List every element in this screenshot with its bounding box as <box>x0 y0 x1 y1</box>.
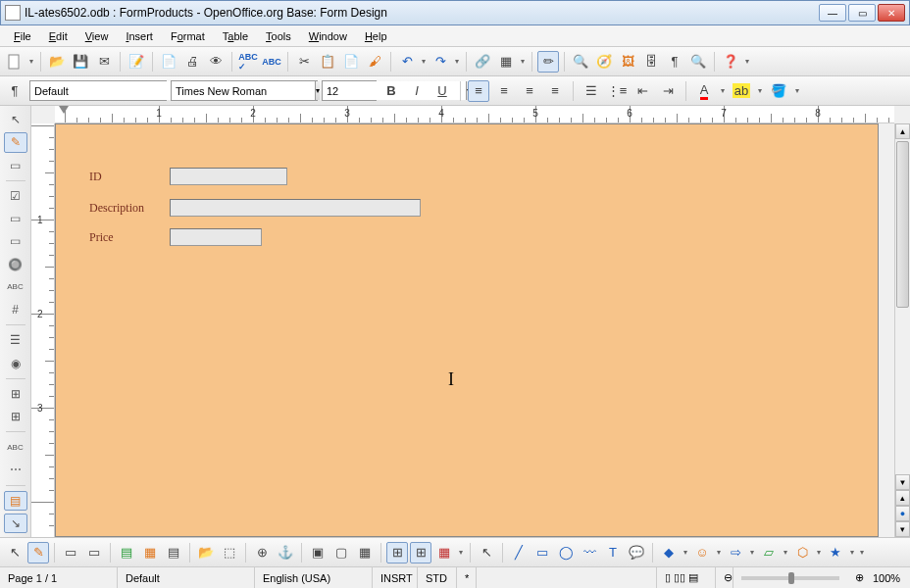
tab-order-button[interactable]: ▤ <box>163 542 184 564</box>
align-center-button[interactable]: ≡ <box>493 80 515 102</box>
add-field-button[interactable]: ▦ <box>139 542 161 564</box>
field-input-id[interactable] <box>170 168 287 185</box>
scroll-down-button[interactable]: ▼ <box>895 474 910 490</box>
menu-format[interactable]: Format <box>163 28 213 44</box>
menu-file[interactable]: File <box>6 28 39 44</box>
prev-page-button[interactable]: ▴ <box>895 490 910 506</box>
draw-design-mode[interactable]: ✎ <box>27 542 49 564</box>
form-navigator-button[interactable]: ▤ <box>4 491 27 511</box>
control-properties-button[interactable]: ▭ <box>60 542 81 564</box>
underline-button[interactable]: U <box>431 80 453 102</box>
draw-select-tool[interactable]: ↖ <box>4 542 25 564</box>
field-input-description[interactable] <box>170 199 421 217</box>
freeform-tool[interactable]: 〰 <box>579 542 600 564</box>
menu-insert[interactable]: Insert <box>118 28 161 44</box>
scroll-thumb[interactable] <box>896 141 909 308</box>
block-arrows-dropdown[interactable]: ▾ <box>748 548 756 557</box>
snap-grid-button[interactable]: ⊞ <box>410 542 431 564</box>
copy-button[interactable]: 📋 <box>317 51 338 73</box>
edit-file-button[interactable]: 📝 <box>126 51 147 73</box>
basic-shapes-dropdown[interactable]: ▾ <box>682 548 689 557</box>
zoom-button[interactable]: 🔍 <box>687 51 709 73</box>
zoom-percent[interactable]: 100% <box>865 567 910 588</box>
anchor-button[interactable]: ⚓ <box>275 542 296 564</box>
field-label-id[interactable]: ID <box>89 170 170 184</box>
menu-table[interactable]: Table <box>215 28 256 44</box>
line-tool[interactable]: ╱ <box>508 542 530 564</box>
status-style[interactable]: Default <box>118 567 255 588</box>
preview-button[interactable]: 👁 <box>205 51 227 73</box>
menu-help[interactable]: Help <box>357 28 395 44</box>
maximize-button[interactable]: ▭ <box>848 4 876 22</box>
design-mode-button[interactable]: ✎ <box>4 132 27 152</box>
export-pdf-button[interactable]: 📄 <box>158 51 179 73</box>
print-button[interactable]: 🖨 <box>181 51 203 73</box>
menu-window[interactable]: Window <box>301 28 355 44</box>
show-draw-button[interactable]: ✏ <box>537 51 559 73</box>
text-tool[interactable]: T <box>602 542 624 564</box>
align-right-button[interactable]: ≡ <box>519 80 540 102</box>
status-insert-mode[interactable]: INSRT <box>373 567 418 588</box>
grid-button[interactable]: ⊞ <box>386 542 408 564</box>
find-button[interactable]: 🔍 <box>570 51 591 73</box>
stars-dropdown[interactable]: ▾ <box>848 548 856 557</box>
vertical-scrollbar[interactable]: ▲ ▼ ▴ ● ▾ <box>894 123 910 537</box>
activation-order-button[interactable]: ↘ <box>4 514 27 533</box>
draw-overflow-2[interactable]: ▾ <box>858 548 866 557</box>
status-language[interactable]: English (USA) <box>255 567 373 588</box>
scroll-track[interactable] <box>895 139 910 474</box>
send-back-button[interactable]: ▢ <box>330 542 352 564</box>
option-control[interactable]: # <box>4 300 27 319</box>
open-button[interactable]: 📂 <box>46 51 68 73</box>
flowchart-dropdown[interactable]: ▾ <box>782 548 789 557</box>
font-size-combo[interactable]: ▾ <box>322 80 377 101</box>
ellipse-tool[interactable]: ◯ <box>555 542 577 564</box>
email-button[interactable]: ✉ <box>93 51 115 73</box>
autofocus-button[interactable]: ⬚ <box>219 542 240 564</box>
help-button[interactable]: ❓ <box>720 51 741 73</box>
basic-shapes-tool[interactable]: ◆ <box>658 542 680 564</box>
paragraph-style-combo[interactable]: ▾ <box>29 80 167 101</box>
field-label-price[interactable]: Price <box>89 230 170 245</box>
combobox-control[interactable]: ◉ <box>4 353 27 372</box>
more-button[interactable]: ⋯ <box>4 460 27 479</box>
save-button[interactable]: 💾 <box>70 51 91 73</box>
navigation-button[interactable]: ● <box>895 506 910 521</box>
font-name-input[interactable] <box>172 81 315 100</box>
decrease-indent-button[interactable]: ⇤ <box>632 80 653 102</box>
callout-tool[interactable]: 💬 <box>626 542 647 564</box>
cut-button[interactable]: ✂ <box>293 51 315 73</box>
more-controls-button[interactable]: ⊞ <box>4 384 27 404</box>
wizards-button[interactable]: ABC <box>4 437 27 457</box>
select-tool[interactable]: ↖ <box>4 110 27 129</box>
hyperlink-button[interactable]: 🔗 <box>472 51 493 73</box>
flowchart-tool[interactable]: ▱ <box>758 542 780 564</box>
bold-button[interactable]: B <box>380 80 402 102</box>
scroll-up-button[interactable]: ▲ <box>895 123 910 139</box>
status-page[interactable]: Page 1 / 1 <box>0 567 118 588</box>
font-color-dropdown[interactable]: ▾ <box>719 86 727 95</box>
zoom-out-button[interactable]: ⊖ <box>716 567 733 588</box>
zoom-slider-knob[interactable] <box>788 572 794 584</box>
field-label-description[interactable]: Description <box>89 201 170 216</box>
minimize-button[interactable]: — <box>819 4 846 22</box>
navigator-button[interactable]: 🧭 <box>593 51 615 73</box>
control-button[interactable]: ▭ <box>4 156 27 175</box>
group-button[interactable]: ▦ <box>354 542 376 564</box>
new-button[interactable] <box>4 51 25 73</box>
italic-button[interactable]: I <box>406 80 428 102</box>
form-canvas[interactable]: ID Description Price I <box>55 123 879 537</box>
highlight-button[interactable]: ab <box>731 80 752 102</box>
draw-overflow-1[interactable]: ▾ <box>457 548 465 557</box>
font-name-combo[interactable]: ▾ <box>171 80 318 101</box>
callouts-dropdown[interactable]: ▾ <box>815 548 823 557</box>
redo-button[interactable]: ↷ <box>430 51 451 73</box>
highlight-dropdown[interactable]: ▾ <box>756 86 764 95</box>
form-navigator-btn[interactable]: ▤ <box>116 542 137 564</box>
styles-button[interactable]: ¶ <box>4 80 25 102</box>
align-justify-button[interactable]: ≡ <box>544 80 566 102</box>
datasources-button[interactable]: 🗄 <box>640 51 662 73</box>
undo-button[interactable]: ↶ <box>396 51 418 73</box>
pushbutton-control[interactable]: 🔘 <box>4 255 27 274</box>
guides-button[interactable]: ▦ <box>433 542 455 564</box>
